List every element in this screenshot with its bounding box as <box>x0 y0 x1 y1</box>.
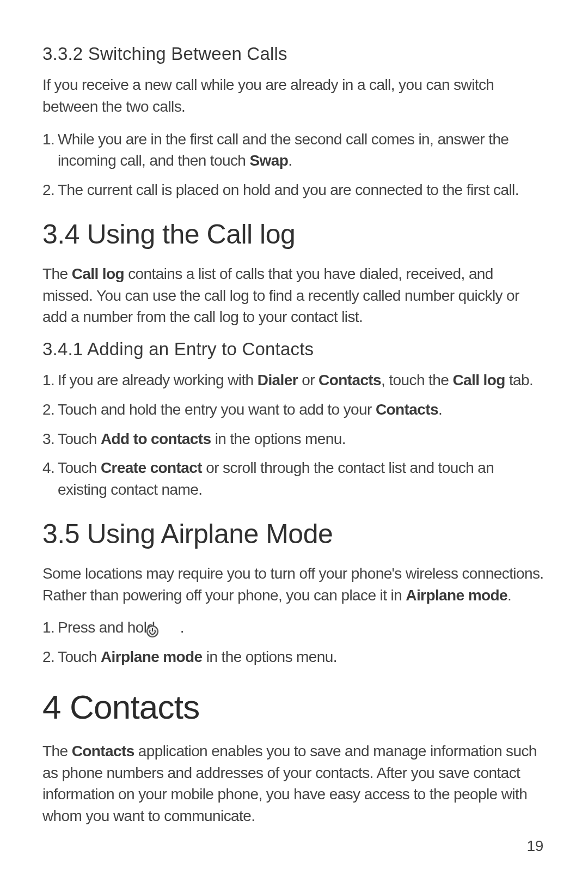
intro-3-4: The Call log contains a list of calls th… <box>42 263 546 328</box>
step-4-3-4-1: 4.Touch Create contact or scroll through… <box>42 457 546 501</box>
section-3-4-1: 3.4.1 Adding an Entry to Contacts 1.If y… <box>42 339 546 501</box>
step-1-3-4-1: 1.If you are already working with Dialer… <box>42 369 546 391</box>
intro-text: The <box>42 265 72 282</box>
section-3-3-2: 3.3.2 Switching Between Calls If you rec… <box>42 44 546 201</box>
bold-contacts: Contacts <box>318 372 381 388</box>
step-text: . <box>288 152 292 169</box>
intro-text: . <box>507 587 511 604</box>
step-text: . <box>438 401 442 418</box>
step-2-3-5: 2.Touch Airplane mode in the options men… <box>42 646 546 668</box>
heading-4: 4 Contacts <box>42 688 546 726</box>
step-2-3-4-1: 2.Touch and hold the entry you want to a… <box>42 399 546 421</box>
step-text: Touch <box>58 648 101 665</box>
list-number: 2. <box>42 179 58 201</box>
bold-airplane-mode: Airplane mode <box>101 648 203 665</box>
bold-swap: Swap <box>249 152 288 169</box>
bold-add-to-contacts: Add to contacts <box>101 430 211 447</box>
list-number: 4. <box>42 457 58 479</box>
section-3-4: 3.4 Using the Call log The Call log cont… <box>42 218 546 328</box>
step-text: in the options menu. <box>211 430 345 447</box>
list-number: 1. <box>42 129 58 150</box>
step-text: Touch <box>58 430 101 447</box>
intro-4: The Contacts application enables you to … <box>42 740 546 827</box>
power-icon <box>161 622 174 635</box>
bold-contacts: Contacts <box>376 401 438 418</box>
list-number: 2. <box>42 646 58 668</box>
bold-call-log: Call log <box>72 265 124 282</box>
step-text: or <box>298 372 318 388</box>
heading-3-4-1: 3.4.1 Adding an Entry to Contacts <box>42 339 546 360</box>
bold-contacts-app: Contacts <box>72 743 134 760</box>
intro-3-3-2: If you receive a new call while you are … <box>42 74 546 118</box>
list-number: 1. <box>42 369 58 391</box>
step-text: The current call is placed on hold and y… <box>58 181 519 198</box>
bold-create-contact: Create contact <box>101 459 202 476</box>
list-number: 2. <box>42 399 58 421</box>
page-number: 19 <box>526 837 543 855</box>
list-number: 1. <box>42 617 58 639</box>
step-text: . <box>176 619 184 636</box>
step-text: If you are already working with <box>58 372 258 388</box>
step-1-3-5: 1.Press and hold . <box>42 617 546 639</box>
intro-text: The <box>42 743 72 760</box>
step-text: Touch and hold the entry you want to add… <box>58 401 376 418</box>
step-text: tab. <box>505 372 533 388</box>
intro-3-5: Some locations may require you to turn o… <box>42 563 546 606</box>
step-text: Touch <box>58 459 101 476</box>
step-1-3-3-2: 1.While you are in the first call and th… <box>42 129 546 172</box>
heading-3-3-2: 3.3.2 Switching Between Calls <box>42 44 546 64</box>
list-number: 3. <box>42 428 58 450</box>
step-text: Press and hold <box>58 619 159 636</box>
heading-3-5: 3.5 Using Airplane Mode <box>42 518 546 550</box>
step-text: in the options menu. <box>203 648 337 665</box>
heading-3-4: 3.4 Using the Call log <box>42 218 546 250</box>
step-text: , touch the <box>381 372 452 388</box>
bold-airplane-mode: Airplane mode <box>406 587 507 604</box>
section-3-5: 3.5 Using Airplane Mode Some locations m… <box>42 518 546 668</box>
bold-dialer: Dialer <box>258 372 298 388</box>
step-3-3-4-1: 3.Touch Add to contacts in the options m… <box>42 428 546 450</box>
step-2-3-3-2: 2.The current call is placed on hold and… <box>42 179 546 201</box>
bold-call-log-tab: Call log <box>452 372 505 388</box>
section-4: 4 Contacts The Contacts application enab… <box>42 688 546 827</box>
